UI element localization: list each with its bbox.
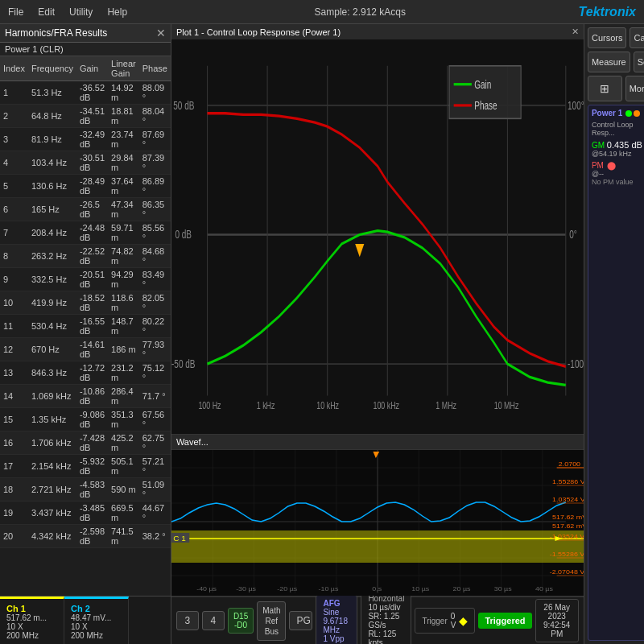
- svg-text:2.0700: 2.0700: [559, 460, 581, 467]
- svg-text:20 µs: 20 µs: [452, 584, 470, 592]
- right-panel: Cursors Callout Measure Search ⊞ More...…: [584, 24, 644, 644]
- menu-utility[interactable]: Utility: [69, 6, 93, 18]
- power1-panel: Power 1 Control Loop Resp... GM 0.435 dB…: [588, 105, 644, 641]
- svg-text:0°: 0°: [569, 229, 577, 242]
- table-scroll[interactable]: Index Frequency Gain Linear Gain Phase 1…: [0, 56, 171, 596]
- table-cell: -3.485 dB: [76, 502, 108, 525]
- menu-edit[interactable]: Edit: [38, 6, 55, 18]
- ch2-value1: 48.47 mV...: [71, 613, 122, 622]
- table-cell: 263.2 Hz: [28, 245, 76, 268]
- btn-4[interactable]: 4: [202, 611, 225, 630]
- table-row: 264.8 Hz-34.51 dB18.81 m88.04 °: [0, 105, 171, 128]
- table-cell: 18.81 m: [108, 105, 139, 128]
- cursors-button[interactable]: Cursors: [588, 27, 627, 48]
- table-cell: 425.2 m: [108, 431, 139, 455]
- table-cell: -10.86 dB: [76, 385, 108, 408]
- table-row: 10419.9 Hz-18.52 dB118.6 m82.05 °: [0, 291, 171, 315]
- table-cell: 74.82 m: [108, 245, 139, 268]
- table-row: 11530.4 Hz-16.55 dB148.7 m80.22 °: [0, 315, 171, 338]
- table-cell: 118.6 m: [108, 291, 139, 315]
- afg-type: Sine: [323, 608, 350, 617]
- col-phase: Phase: [139, 56, 171, 81]
- table-cell: 2.721 kHz: [28, 478, 76, 502]
- dot-green: [625, 110, 632, 117]
- svg-rect-56: [171, 530, 584, 563]
- table-row: 193.437 kHz-3.485 dB669.5 m44.67 °: [0, 502, 171, 525]
- waveform-svg: -40 µs -30 µs -20 µs -10 µs 0,s 10 µs 20…: [171, 450, 584, 593]
- menu-help[interactable]: Help: [107, 6, 127, 18]
- trigger-value: 0 V: [451, 612, 456, 630]
- datetime-block: 26 May 2023 9:42:54 PM: [535, 599, 579, 642]
- search-button[interactable]: Search: [634, 52, 644, 72]
- gm-value: 0.435 dB: [607, 140, 642, 150]
- close-plot-button[interactable]: ✕: [572, 27, 579, 37]
- table-cell: 332.5 Hz: [28, 268, 76, 291]
- second-button-row: Measure Search: [588, 52, 644, 72]
- table-row: 13846.3 Hz-12.72 dB231.2 m75.12 °: [0, 361, 171, 385]
- table-cell: 3.437 kHz: [28, 502, 76, 525]
- table-cell: 16: [0, 431, 28, 455]
- table-cell: 5: [0, 175, 28, 198]
- table-cell: 148.7 m: [108, 315, 139, 338]
- svg-text:10 kHz: 10 kHz: [316, 399, 339, 411]
- table-cell: 23.74 m: [108, 128, 139, 151]
- table-cell: 1.069 kHz: [28, 385, 76, 408]
- table-cell: -36.52 dB: [76, 81, 108, 105]
- menu-file[interactable]: File: [8, 6, 23, 18]
- col-gain: Gain: [76, 56, 108, 81]
- table-cell: 351.3 m: [108, 408, 139, 431]
- d15-button[interactable]: D15-D0: [228, 608, 254, 634]
- svg-text:50 dB: 50 dB: [173, 99, 194, 112]
- table-cell: 130.6 Hz: [28, 175, 76, 198]
- horizontal-div: 10 µs/div: [368, 603, 404, 612]
- table-cell: 1.35 kHz: [28, 408, 76, 431]
- date: 26 May 2023: [543, 603, 572, 621]
- table-cell: 37.64 m: [108, 175, 139, 198]
- more-button[interactable]: More...: [625, 76, 644, 101]
- ch1-label: Ch 1: [6, 604, 57, 613]
- svg-text:30 µs: 30 µs: [494, 584, 512, 592]
- waveform-canvas: -40 µs -30 µs -20 µs -10 µs 0,s 10 µs 20…: [171, 450, 584, 593]
- afg-amplitude: 1 Vpp: [323, 634, 350, 643]
- table-cell: 165 Hz: [28, 198, 76, 221]
- table-cell: -9.086 dB: [76, 408, 108, 431]
- table-cell: 2: [0, 105, 28, 128]
- table-cell: 8: [0, 245, 28, 268]
- table-cell: 57.21 °: [139, 455, 171, 478]
- table-cell: 208.4 Hz: [28, 221, 76, 245]
- svg-text:1 kHz: 1 kHz: [257, 399, 275, 411]
- ch2-value3: 200 MHz: [71, 631, 122, 640]
- harmonics-table: Index Frequency Gain Linear Gain Phase 1…: [0, 56, 171, 548]
- close-harmonics-button[interactable]: ✕: [156, 27, 166, 39]
- table-cell: -2.598 dB: [76, 525, 108, 548]
- col-index: Index: [0, 56, 28, 81]
- table-cell: 62.75 °: [139, 431, 171, 455]
- callout-button[interactable]: Callout: [630, 27, 644, 48]
- table-cell: 286.4 m: [108, 385, 139, 408]
- power1-header: Power 1: [592, 109, 644, 118]
- table-cell: 88.09 °: [139, 81, 171, 105]
- table-cell: 669.5 m: [108, 502, 139, 525]
- math-bus-button[interactable]: MathRefBus: [257, 601, 286, 641]
- table-cell: 51.3 Hz: [28, 81, 76, 105]
- horizontal-sr: SR: 1.25 GS/s: [368, 612, 404, 630]
- table-cell: 19: [0, 502, 28, 525]
- svg-text:-50 dB: -50 dB: [171, 357, 195, 370]
- table-cell: -28.49 dB: [76, 175, 108, 198]
- power1-subtitle: Control Loop Resp...: [592, 121, 644, 137]
- table-row: 381.9 Hz-32.49 dB23.74 m87.69 °: [0, 128, 171, 151]
- btn-3[interactable]: 3: [176, 611, 199, 630]
- waveform-title: Wavef...: [176, 437, 208, 447]
- table-cell: 846.3 Hz: [28, 361, 76, 385]
- table-cell: 94.29 m: [108, 268, 139, 291]
- table-row: 9332.5 Hz-20.51 dB94.29 m83.49 °: [0, 268, 171, 291]
- svg-text:1 MHz: 1 MHz: [436, 399, 456, 411]
- screenshot-icon-button[interactable]: ⊞: [588, 76, 622, 101]
- ch1-block: Ch 1 517.62 m... 10 X 200 MHz: [0, 597, 64, 644]
- measure-button[interactable]: Measure: [588, 52, 630, 72]
- table-cell: 10: [0, 291, 28, 315]
- pg-button[interactable]: PG: [289, 611, 312, 630]
- time: 9:42:54 PM: [543, 621, 572, 638]
- center-panel: Plot 1 - Control Loop Response (Power 1)…: [171, 24, 584, 644]
- table-cell: 75.12 °: [139, 361, 171, 385]
